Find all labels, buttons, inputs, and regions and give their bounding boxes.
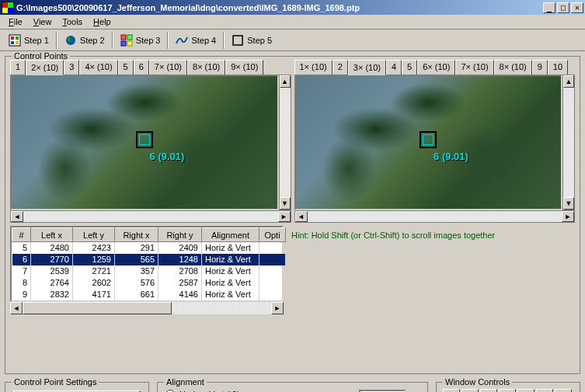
column-header[interactable]: Right y [158,228,202,242]
step4-button[interactable]: Step 4 [170,32,221,49]
right-vertical-scrollbar[interactable]: ▲▼ [562,75,575,210]
step2-icon [64,34,77,47]
right-tab[interactable]: 9 [532,60,548,75]
svg-rect-14 [127,41,132,46]
window-control-button[interactable]: P [443,389,460,392]
menu-file[interactable]: File [3,16,28,28]
column-header[interactable]: Left y [73,228,115,242]
svg-rect-12 [127,35,132,40]
step5-icon [232,34,244,47]
window-control-button[interactable]: L [480,389,497,392]
app-icon [2,2,14,14]
window-control-button[interactable]: ] [555,389,572,392]
column-header[interactable]: Right x [115,228,158,242]
left-horizontal-scrollbar[interactable]: ◄► [10,210,291,223]
right-tab[interactable]: 2 [333,60,348,75]
menu-view[interactable]: View [28,16,57,28]
left-tab[interactable]: 5 [118,60,134,75]
menu-bar: File View Tools Help [0,15,585,29]
close-button[interactable]: ✕ [571,2,583,13]
control-points-group: Control Points 12× (10)34× (10)567× (10)… [5,56,580,374]
svg-rect-6 [16,36,19,40]
right-tab[interactable]: 10 [548,60,568,75]
left-tab[interactable]: 2× (10) [26,60,64,75]
maximize-button[interactable]: □ [557,2,569,13]
step3-icon [120,34,133,47]
right-tab[interactable]: 4 [386,60,402,75]
left-tab[interactable]: 6 [134,60,149,75]
right-tab[interactable]: 3× (10) [348,60,386,75]
step4-icon [176,34,188,47]
column-header[interactable]: Opti [259,228,286,242]
left-tab[interactable]: 3 [64,60,79,75]
window-control-button[interactable]: A [517,389,535,392]
right-tab[interactable]: 7× (10) [455,60,493,75]
left-image-viewport[interactable]: 6 (9.01) [10,75,279,210]
control-points-table[interactable]: #Left xLeft yRight xRight yAlignmentOpti… [10,226,284,302]
table-horizontal-scrollbar[interactable]: ◄► [10,302,284,314]
title-bar: G:\Images500\20090617_Jefferson_Memorial… [0,0,585,15]
svg-rect-5 [11,36,14,40]
left-image-tabs: 12× (10)34× (10)567× (10)8× (10)9× (10) [10,60,291,75]
svg-rect-3 [8,8,13,13]
right-tab[interactable]: 8× (10) [494,60,532,75]
left-tab[interactable]: 1 [10,60,26,75]
step2-button[interactable]: Step 2 [59,32,110,49]
table-row[interactable]: 5248024232912409Horiz & Vert [12,242,286,254]
window-control-button[interactable]: B [499,389,516,392]
column-header[interactable]: Left x [31,228,73,242]
left-tab[interactable]: 7× (10) [149,60,187,75]
window-controls-group: Window Controls PNLBA[] TFDSMH? [436,382,580,392]
left-vertical-scrollbar[interactable]: ▲▼ [279,75,291,210]
svg-point-9 [66,36,75,45]
svg-rect-11 [121,35,126,40]
control-point-marker[interactable] [420,131,437,148]
scroll-hint: Hint: Hold Shift (or Ctrl-Shift) to scro… [288,226,498,314]
right-image-tabs: 1× (10)23× (10)456× (10)7× (10)8× (10)91… [294,60,576,75]
minimize-button[interactable]: _ [543,2,555,13]
toolbar: Step 1 Step 2 Step 3 Step 4 Step 5 [0,29,585,51]
svg-point-10 [68,37,71,42]
step3-button[interactable]: Step 3 [115,32,166,49]
control-point-label: 6 (9.01) [150,151,185,162]
svg-rect-8 [16,41,19,44]
right-tab[interactable]: 6× (10) [417,60,455,75]
table-row[interactable]: 9283241716614146Horiz & Vert [12,289,286,300]
svg-rect-2 [2,8,8,13]
svg-rect-7 [11,41,14,44]
step5-button[interactable]: Step 5 [226,32,277,49]
right-horizontal-scrollbar[interactable]: ◄► [294,210,576,223]
table-row[interactable]: 6277012595651248Horiz & Vert [12,254,286,265]
window-control-button[interactable]: [ [536,389,553,392]
menu-help[interactable]: Help [88,16,117,28]
left-tab[interactable]: 8× (10) [187,60,225,75]
right-tab[interactable]: 5 [402,60,417,75]
left-tab[interactable]: 4× (10) [79,60,117,75]
table-row[interactable]: 7253927213572708Horiz & Vert [12,265,286,277]
alignment-group: Alignment Horiz + Vert (t0) Vertical Lin… [157,382,428,392]
control-point-marker[interactable] [136,131,153,148]
step1-icon [9,34,21,47]
svg-rect-1 [8,2,13,8]
column-header[interactable]: # [12,228,31,242]
left-tab[interactable]: 9× (10) [225,60,263,75]
control-point-settings-group: Control Point Settings Remove Selected 2… [5,382,149,392]
column-header[interactable]: Alignment [202,228,259,242]
right-image-viewport[interactable]: 6 (9.01) [294,75,563,210]
menu-tools[interactable]: Tools [57,16,88,28]
control-point-label: 6 (9.01) [434,151,468,162]
svg-rect-13 [121,41,126,46]
table-row[interactable]: 8276426025762587Horiz & Vert [12,277,286,289]
window-control-button[interactable]: N [461,389,479,392]
right-tab[interactable]: 1× (10) [294,60,333,75]
svg-rect-15 [233,36,242,45]
step1-button[interactable]: Step 1 [3,32,54,49]
svg-rect-0 [2,2,8,8]
window-title: G:\Images500\20090617_Jefferson_Memorial… [16,3,543,12]
